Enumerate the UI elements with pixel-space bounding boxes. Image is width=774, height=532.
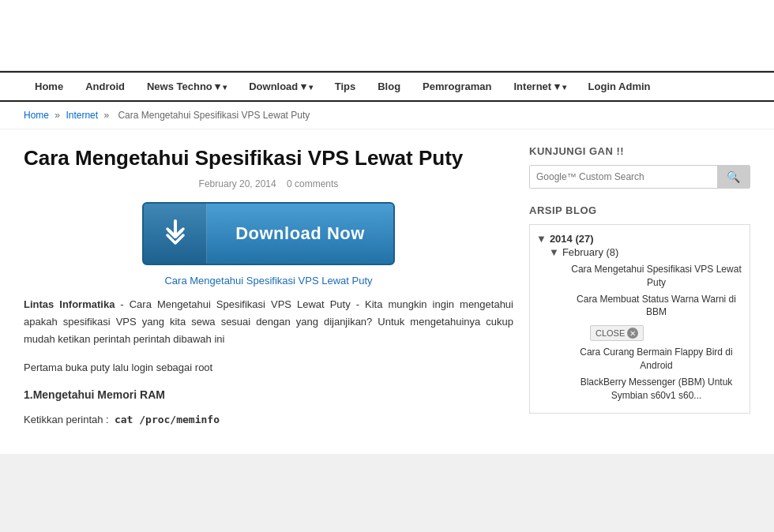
download-now-button[interactable]: Download Now: [142, 202, 395, 265]
close-icon: ✕: [627, 328, 638, 339]
nav-item-tips: Tips: [324, 73, 367, 100]
nav-link-home[interactable]: Home: [24, 73, 74, 100]
year-arrow: ▼: [536, 233, 547, 245]
year-label: 2014 (27): [550, 233, 594, 245]
article-date: February 20, 2014: [199, 178, 276, 189]
close-label: CLOSE: [596, 328, 625, 338]
month-arrow: ▼: [549, 246, 559, 258]
article-para1: Pertama buka puty lalu login sebagai roo…: [24, 359, 513, 377]
nav-link-login-admin[interactable]: Login Admin: [577, 73, 662, 100]
nav-item-home: Home: [24, 73, 74, 100]
nav-item-login-admin: Login Admin: [577, 73, 662, 100]
nav-link-download[interactable]: Download ▾: [238, 73, 324, 100]
nav-item-pemrograman: Pemrograman: [411, 73, 502, 100]
article-meta: February 20, 2014 0 comments: [24, 178, 513, 189]
section1-cmd-label: Ketikkan perintah :: [24, 414, 109, 425]
nav-link-android[interactable]: Android: [74, 73, 136, 100]
nav-link-pemrograman[interactable]: Pemrograman: [411, 73, 502, 100]
navigation: HomeAndroidNews Techno ▾Download ▾TipsBl…: [0, 71, 774, 102]
article-comments[interactable]: 0 comments: [287, 178, 338, 189]
section1-cmd-line: Ketikkan perintah : cat /proc/meminfo: [24, 411, 513, 429]
kunjungi-title: KUNJUNGI GAN !!: [529, 145, 750, 157]
nav-item-blog: Blog: [366, 73, 411, 100]
sidebar: KUNJUNGI GAN !! 🔍 ARSIP BLOG ▼ 2014 (27): [529, 145, 750, 438]
year-2014: ▼ 2014 (27) ▼ February (8) Cara Mengeta: [536, 231, 743, 403]
month-toggle-february[interactable]: ▼ February (8): [549, 246, 743, 258]
download-btn-text: Download Now: [207, 223, 393, 244]
section1-cmd: cat /proc/meminfo: [115, 414, 220, 425]
archive-link-2[interactable]: Cara Membuat Status Warna Warni di BBM: [569, 291, 743, 321]
main-content: Cara Mengetahui Spesifikasi VPS Lewat Pu…: [24, 145, 513, 438]
download-icon: [144, 202, 207, 265]
breadcrumb-home[interactable]: Home: [24, 110, 49, 121]
archive-link-4[interactable]: BlackBerry Messenger (BBM) Untuk Symbian…: [569, 374, 743, 404]
month-february: ▼ February (8) Cara Mengetahui Spesifika…: [549, 246, 743, 403]
february-links: Cara Mengetahui Spesifikasi VPS Lewat Pu…: [569, 261, 743, 403]
nav-item-android: Android: [74, 73, 136, 100]
nav-link-tips[interactable]: Tips: [324, 73, 367, 100]
search-input[interactable]: [530, 166, 717, 188]
nav-item-internet: Internet ▾: [503, 73, 577, 100]
top-banner: [0, 0, 774, 71]
nav-item-download: Download ▾: [238, 73, 324, 100]
close-button[interactable]: CLOSE ✕: [590, 325, 644, 341]
breadcrumb: Home » Internet » Cara Mengetahui Spesif…: [0, 102, 774, 129]
archive-scroll[interactable]: ▼ 2014 (27) ▼ February (8) Cara Mengeta: [529, 224, 750, 414]
kunjungi-widget: KUNJUNGI GAN !! 🔍: [529, 145, 750, 189]
article-download-link[interactable]: Cara Mengetahui Spesifikasi VPS Lewat Pu…: [24, 275, 513, 287]
nav-link-blog[interactable]: Blog: [366, 73, 411, 100]
article-title: Cara Mengetahui Spesifikasi VPS Lewat Pu…: [24, 145, 513, 172]
arsip-title: ARSIP BLOG: [529, 204, 750, 216]
archive-widget: ARSIP BLOG ▼ 2014 (27) ▼ February (8): [529, 204, 750, 414]
nav-item-news-techno: News Techno ▾: [136, 73, 238, 100]
nav-link-internet[interactable]: Internet ▾: [503, 73, 577, 100]
month-label: February (8): [562, 246, 619, 258]
breadcrumb-internet[interactable]: Internet: [66, 110, 98, 121]
search-button[interactable]: 🔍: [717, 166, 750, 188]
section1-heading: 1.Mengetahui Memori RAM: [24, 386, 513, 405]
nav-link-news-techno[interactable]: News Techno ▾: [136, 73, 238, 100]
archive-link-1[interactable]: Cara Mengetahui Spesifikasi VPS Lewat Pu…: [569, 261, 743, 291]
article-intro: Lintas Informatika - Cara Mengetahui Spe…: [24, 296, 513, 348]
article-body: Pertama buka puty lalu login sebagai roo…: [24, 359, 513, 429]
search-box: 🔍: [529, 165, 750, 189]
year-toggle-2014[interactable]: ▼ 2014 (27): [536, 231, 743, 246]
download-btn-wrapper: Download Now: [24, 202, 513, 265]
archive-link-3[interactable]: Cara Curang Bermain Flappy Bird di Andro…: [569, 344, 743, 374]
article-author: Lintas Informatika: [24, 298, 115, 310]
breadcrumb-current: Cara Mengetahui Spesifikasi VPS Lewat Pu…: [118, 110, 310, 121]
